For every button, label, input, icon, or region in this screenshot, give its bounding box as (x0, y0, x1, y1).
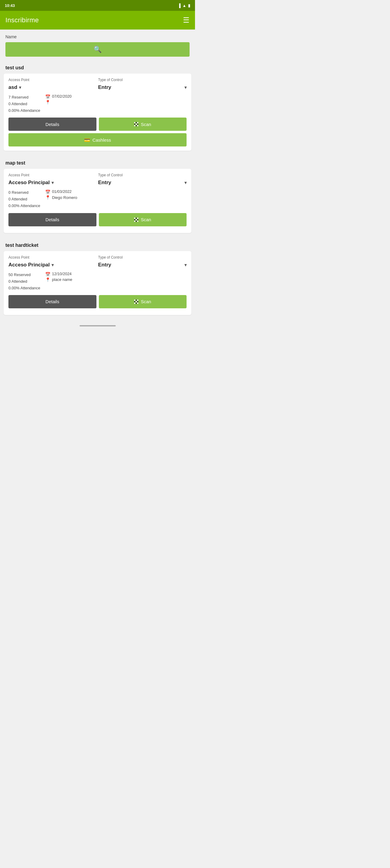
section-title-test-usd: test usd (0, 61, 195, 73)
bottom-indicator (0, 321, 195, 329)
row-values: asd ▾ Entry ▾ (8, 84, 186, 90)
action-buttons-row: Details Scan (8, 213, 186, 226)
cashless-button-row: 💳 Cashless (8, 133, 186, 147)
section-map-test: map test Access Point Type of Control Ac… (0, 157, 195, 239)
access-point-value: Acceso Principal ▾ (8, 180, 97, 186)
access-point-dropdown-icon[interactable]: ▾ (52, 262, 54, 267)
access-point-label: Access Point (8, 255, 97, 259)
access-point-value: asd ▾ (8, 84, 97, 90)
details-button[interactable]: Details (8, 295, 96, 308)
bottom-bar (80, 325, 116, 327)
calendar-icon: 📅 (45, 272, 50, 277)
type-control-dropdown-icon[interactable]: ▾ (184, 262, 186, 267)
access-point-dropdown-icon[interactable]: ▾ (52, 180, 54, 185)
access-point-label: Access Point (8, 173, 97, 177)
access-point-label: Access Point (8, 78, 97, 82)
app-title: Inscribirme (5, 16, 39, 24)
location-text: place name (52, 277, 72, 282)
reserved-stat: 50 Reserved (8, 272, 40, 278)
attended-stat: 0 Attended (8, 101, 40, 107)
event-card-card-acceso-principal-2: Access Point Type of Control Acceso Prin… (4, 251, 191, 315)
row-values: Acceso Principal ▾ Entry ▾ (8, 262, 186, 268)
action-buttons-row: Details Scan (8, 295, 186, 308)
attendance-stat: 0.00% Attendance (8, 203, 40, 209)
column-headers: Access Point Type of Control (8, 78, 186, 82)
location-text: Diego Romero (52, 195, 78, 200)
location-icon: 📍 (45, 277, 50, 282)
type-control-dropdown-icon[interactable]: ▾ (184, 180, 186, 185)
attended-stat: 0 Attended (8, 196, 40, 203)
scan-label: Scan (141, 122, 151, 127)
stats-row: 7 Reserved 0 Attended 0.00% Attendance 📅… (8, 94, 186, 114)
date-text: 12/10/2024 (52, 272, 72, 276)
cashless-label: Cashless (92, 137, 111, 143)
attended-stat: 0 Attended (8, 278, 40, 285)
menu-icon[interactable]: ☰ (183, 16, 189, 24)
access-point-value: Acceso Principal ▾ (8, 262, 97, 268)
scan-button[interactable]: Scan (99, 213, 187, 226)
battery-icon: ▮ (188, 3, 190, 8)
time-display: 10:43 (5, 3, 15, 8)
type-control-text: Entry (98, 262, 111, 268)
details-button[interactable]: Details (8, 213, 96, 226)
attendance-stat: 0.00% Attendance (8, 107, 40, 114)
search-bar[interactable]: 🔍 (5, 42, 189, 57)
type-control-value: Entry ▾ (97, 262, 187, 268)
section-title-map-test: map test (0, 157, 195, 169)
access-point-dropdown-icon[interactable]: ▾ (19, 85, 21, 90)
app-header: Inscribirme ☰ (0, 11, 195, 30)
scan-button[interactable]: Scan (99, 118, 187, 131)
location-row: 📍 Diego Romero (45, 195, 78, 200)
scan-qr-icon (134, 122, 138, 126)
section-title-test-hardticket: test hardticket (0, 239, 195, 251)
status-bar-left: 10:43 (5, 3, 15, 8)
scan-button[interactable]: Scan (99, 295, 187, 308)
type-control-value: Entry ▾ (97, 180, 187, 186)
date-text: 01/03/2022 (52, 189, 72, 194)
scan-label: Scan (141, 299, 151, 304)
signal-icon: ▐ (178, 3, 181, 8)
date-row: 📅 01/03/2022 (45, 189, 78, 194)
access-point-text: asd (8, 84, 17, 90)
attendance-stat: 0.00% Attendance (8, 285, 40, 291)
date-text: 07/02/2020 (52, 94, 72, 98)
action-buttons-row: Details Scan (8, 118, 186, 131)
event-card-card-acceso-principal-1: Access Point Type of Control Acceso Prin… (4, 169, 191, 233)
wifi-icon: ▲ (182, 3, 186, 8)
location-row: 📍 (45, 100, 72, 104)
type-control-value: Entry ▾ (97, 84, 187, 90)
type-control-label: Type of Control (97, 255, 187, 259)
reserved-stat: 0 Reserved (8, 189, 40, 196)
cashless-button[interactable]: 💳 Cashless (8, 133, 186, 147)
date-row: 📅 07/02/2020 (45, 94, 72, 99)
location-row: 📍 place name (45, 277, 72, 282)
row-values: Acceso Principal ▾ Entry ▾ (8, 180, 186, 186)
access-point-text: Acceso Principal (8, 262, 50, 268)
type-control-label: Type of Control (97, 78, 187, 82)
type-control-text: Entry (98, 84, 111, 90)
stats-row: 0 Reserved 0 Attended 0.00% Attendance 📅… (8, 189, 186, 209)
search-icon: 🔍 (93, 45, 101, 53)
stats-row: 50 Reserved 0 Attended 0.00% Attendance … (8, 272, 186, 291)
column-headers: Access Point Type of Control (8, 173, 186, 177)
status-bar-right: ▐ ▲ ▮ (178, 3, 190, 8)
section-test-hardticket: test hardticket Access Point Type of Con… (0, 239, 195, 321)
sections-container: test usd Access Point Type of Control as… (0, 61, 195, 321)
column-headers: Access Point Type of Control (8, 255, 186, 259)
status-bar: 10:43 ▐ ▲ ▮ (0, 0, 195, 11)
cashless-icon: 💳 (84, 137, 90, 143)
scan-qr-icon (134, 300, 138, 304)
name-label: Name (0, 30, 195, 40)
date-row: 📅 12/10/2024 (45, 272, 72, 277)
calendar-icon: 📅 (45, 94, 50, 99)
type-control-dropdown-icon[interactable]: ▾ (184, 85, 186, 90)
location-icon: 📍 (45, 195, 50, 200)
scan-qr-icon (134, 218, 138, 222)
reserved-stat: 7 Reserved (8, 94, 40, 101)
location-icon: 📍 (45, 100, 50, 104)
details-button[interactable]: Details (8, 118, 96, 131)
type-control-text: Entry (98, 180, 111, 186)
type-control-label: Type of Control (97, 173, 187, 177)
scan-label: Scan (141, 217, 151, 222)
section-test-usd: test usd Access Point Type of Control as… (0, 61, 195, 157)
